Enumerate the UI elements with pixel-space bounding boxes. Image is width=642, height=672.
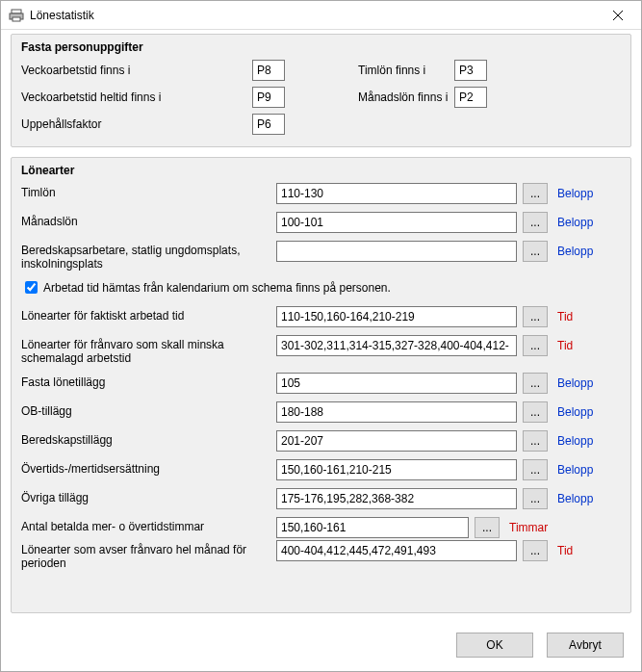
ob-label: OB-tillägg xyxy=(21,401,276,418)
footer: OK Avbryt xyxy=(1,619,641,671)
franvaro-tag: Tid xyxy=(557,339,573,352)
fasta-tillagg-browse[interactable]: ... xyxy=(523,373,548,394)
group-fasta: Fasta personuppgifter Veckoarbetstid fin… xyxy=(11,34,631,147)
group-lonearter: Lönearter Timlön ... Belopp Månadslön ..… xyxy=(11,157,631,613)
printer-icon xyxy=(9,8,24,23)
ovriga-input[interactable] xyxy=(276,488,517,509)
uppehallsfaktor-input[interactable] xyxy=(252,114,285,135)
veckoarbetstid-label: Veckoarbetstid finns i xyxy=(21,64,252,77)
ob-tag: Belopp xyxy=(557,405,593,419)
franvaro-input[interactable] xyxy=(276,335,517,356)
antal-browse[interactable]: ... xyxy=(475,517,500,538)
lonearter-legend: Lönearter xyxy=(21,164,621,177)
beredskapstillagg-browse[interactable]: ... xyxy=(523,430,548,452)
manadslon-finns-input[interactable] xyxy=(454,87,487,108)
overtid-browse[interactable]: ... xyxy=(523,459,548,480)
fasta-legend: Fasta personuppgifter xyxy=(21,40,621,54)
beredskapstillagg-tag: Belopp xyxy=(557,434,593,448)
ovriga-browse[interactable]: ... xyxy=(523,488,548,509)
timlon-input[interactable] xyxy=(276,183,517,204)
avbryt-button[interactable]: Avbryt xyxy=(547,633,624,658)
ob-input[interactable] xyxy=(276,401,517,423)
franvaro-hel-input[interactable] xyxy=(276,540,517,561)
window-title: Lönestatistik xyxy=(30,9,599,22)
uppehallsfaktor-label: Uppehållsfaktor xyxy=(21,117,252,131)
arbetad-tid-checkbox[interactable] xyxy=(25,281,38,294)
faktiskt-label: Lönearter för faktiskt arbetad tid xyxy=(21,306,276,323)
close-button[interactable] xyxy=(599,2,637,29)
antal-label: Antal betalda mer- o övertidstimmar xyxy=(21,517,276,533)
veckoarbetstid-heltid-input[interactable] xyxy=(252,87,285,108)
fasta-tillagg-tag: Belopp xyxy=(557,376,593,390)
franvaro-browse[interactable]: ... xyxy=(523,335,548,356)
franvaro-label: Lönearter för frånvaro som skall minska … xyxy=(21,335,276,365)
manadslon-finns-label: Månadslön finns i xyxy=(310,90,454,104)
manadslon-label: Månadslön xyxy=(21,212,276,228)
franvaro-hel-label: Lönearter som avser frånvaro hel månad f… xyxy=(21,540,276,570)
ok-button[interactable]: OK xyxy=(456,633,533,658)
antal-tag: Timmar xyxy=(509,521,548,534)
beredskapstillagg-input[interactable] xyxy=(276,430,517,452)
arbetad-tid-label: Arbetad tid hämtas från kalendarium om s… xyxy=(43,281,391,295)
overtid-label: Övertids-/mertidsersättning xyxy=(21,459,276,476)
beredskap-input[interactable] xyxy=(276,241,517,262)
faktiskt-tag: Tid xyxy=(557,310,573,323)
overtid-input[interactable] xyxy=(276,459,517,480)
timlon-browse[interactable]: ... xyxy=(523,183,548,204)
franvaro-hel-browse[interactable]: ... xyxy=(523,540,548,561)
content: Fasta personuppgifter Veckoarbetstid fin… xyxy=(1,30,641,619)
manadslon-browse[interactable]: ... xyxy=(523,212,548,233)
beredskap-tag: Belopp xyxy=(557,245,593,258)
beredskapstillagg-label: Beredskapstillägg xyxy=(21,430,276,447)
faktiskt-browse[interactable]: ... xyxy=(523,306,548,327)
fasta-tillagg-input[interactable] xyxy=(276,373,517,394)
manadslon-input[interactable] xyxy=(276,212,517,233)
beredskap-label: Beredskapsarbetare, statlig ungdomsplats… xyxy=(21,241,276,271)
faktiskt-input[interactable] xyxy=(276,306,517,327)
titlebar: Lönestatistik xyxy=(1,1,641,30)
timlon-finns-label: Timlön finns i xyxy=(310,64,454,77)
window: Lönestatistik Fasta personuppgifter Veck… xyxy=(0,0,642,672)
beredskap-browse[interactable]: ... xyxy=(523,241,548,262)
svg-rect-2 xyxy=(13,17,20,21)
overtid-tag: Belopp xyxy=(557,463,593,477)
timlon-tag: Belopp xyxy=(557,187,593,200)
manadslon-tag: Belopp xyxy=(557,216,593,229)
veckoarbetstid-input[interactable] xyxy=(252,60,285,81)
ob-browse[interactable]: ... xyxy=(523,401,548,423)
fasta-tillagg-label: Fasta lönetillägg xyxy=(21,373,276,389)
antal-input[interactable] xyxy=(276,517,469,538)
franvaro-hel-tag: Tid xyxy=(557,544,573,557)
timlon-finns-input[interactable] xyxy=(454,60,487,81)
svg-rect-0 xyxy=(12,10,21,13)
veckoarbetstid-heltid-label: Veckoarbetstid heltid finns i xyxy=(21,90,252,104)
ovriga-tag: Belopp xyxy=(557,492,593,505)
timlon-label: Timlön xyxy=(21,183,276,199)
ovriga-label: Övriga tillägg xyxy=(21,488,276,504)
